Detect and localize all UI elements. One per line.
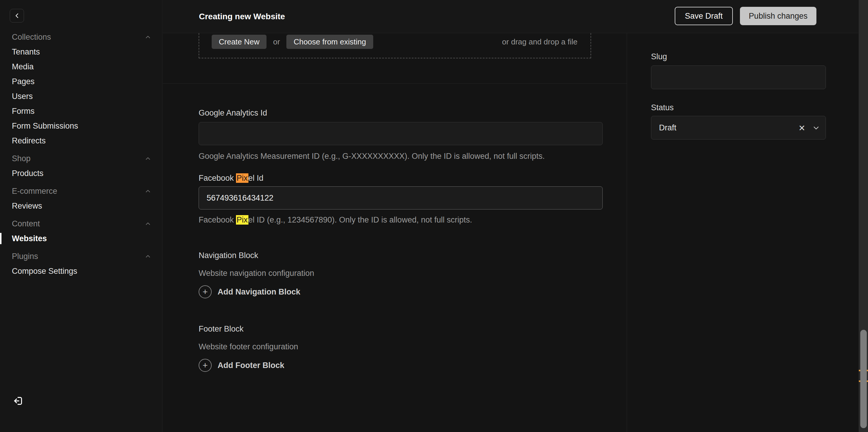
main-content: Create New or Choose from existing or dr… [163, 33, 627, 432]
help-text: Facebook [198, 215, 236, 224]
sidebar-group-label: Content [12, 219, 40, 228]
create-new-button[interactable]: Create New [212, 35, 267, 49]
scrollbar-thumb[interactable] [860, 330, 867, 428]
sidebar-group-plugins[interactable]: Plugins [12, 249, 152, 264]
upload-dropzone[interactable]: Create New or Choose from existing or dr… [198, 33, 591, 58]
section-divider [163, 83, 627, 84]
choose-from-existing-button[interactable]: Choose from existing [286, 35, 373, 49]
logout-icon [13, 396, 25, 406]
sidebar-item-tenants[interactable]: Tenants [12, 44, 152, 59]
sidebar-group-label: Shop [12, 154, 31, 163]
chevron-up-icon [144, 33, 152, 41]
chevron-left-icon [13, 12, 21, 20]
sidebar-item-users[interactable]: Users [12, 89, 152, 104]
google-analytics-input[interactable] [198, 122, 603, 145]
logout-button[interactable] [13, 395, 25, 407]
sidebar-item-pages[interactable]: Pages [12, 74, 152, 89]
chevron-up-icon [144, 220, 152, 227]
sidebar-item-form-submissions[interactable]: Form Submissions [12, 119, 152, 133]
help-text: el ID (e.g., 1234567890). Only the ID is… [248, 215, 472, 224]
document-side-panel: Slug Status Draft ✕ [627, 33, 868, 432]
chevron-down-icon[interactable] [812, 124, 820, 132]
status-value: Draft [659, 123, 677, 132]
plus-icon: + [198, 359, 212, 372]
page-header: Creating new Website Save Draft Publish … [163, 0, 868, 33]
sidebar-group-ecommerce[interactable]: E-commerce [12, 184, 152, 199]
sidebar-group-collections[interactable]: Collections [12, 30, 152, 44]
chevron-up-icon [144, 155, 152, 162]
active-nav-indicator [0, 233, 1, 244]
clear-status-icon[interactable]: ✕ [795, 116, 808, 140]
sidebar-item-label: Websites [12, 234, 47, 243]
label-text: Facebook [198, 174, 236, 182]
publish-changes-button[interactable]: Publish changes [740, 7, 816, 25]
add-button-label: Add Footer Block [218, 361, 284, 370]
page-title: Creating new Website [199, 0, 285, 33]
back-button[interactable] [10, 9, 24, 23]
label-text: el Id [248, 174, 264, 182]
plus-icon: + [198, 285, 212, 298]
slug-input[interactable] [651, 65, 826, 89]
chevron-up-icon [144, 188, 152, 195]
add-button-label: Add Navigation Block [218, 288, 300, 297]
sidebar-group-label: Collections [12, 33, 51, 42]
sidebar-group-label: Plugins [12, 252, 38, 261]
navigation-block-desc: Website navigation configuration [198, 268, 603, 278]
drag-drop-hint: or drag and drop a file [502, 37, 578, 46]
footer-block-desc: Website footer configuration [198, 342, 603, 352]
sidebar-item-forms[interactable]: Forms [12, 104, 152, 119]
find-highlight-active: Pix [236, 173, 248, 183]
add-footer-block-button[interactable]: + Add Footer Block [198, 359, 284, 372]
save-draft-button[interactable]: Save Draft [675, 7, 733, 25]
find-highlight-inactive: Pix [236, 215, 248, 225]
chevron-up-icon [144, 253, 152, 260]
sidebar-group-shop[interactable]: Shop [12, 151, 152, 166]
add-navigation-block-button[interactable]: + Add Navigation Block [198, 285, 300, 298]
sidebar-item-media[interactable]: Media [12, 59, 152, 74]
sidebar-nav: Collections Tenants Media Pages Users Fo… [12, 30, 152, 278]
status-select[interactable]: Draft ✕ [651, 116, 826, 139]
sidebar-item-reviews[interactable]: Reviews [12, 199, 152, 213]
header-actions: Save Draft Publish changes [675, 7, 816, 25]
sidebar-item-redirects[interactable]: Redirects [12, 133, 152, 148]
status-label: Status [651, 102, 826, 112]
facebook-pixel-input[interactable] [198, 187, 603, 209]
facebook-pixel-label: Facebook Pixel Id [198, 173, 603, 183]
google-analytics-label: Google Analytics Id [198, 108, 603, 118]
slug-label: Slug [651, 52, 826, 62]
footer-block-label: Footer Block [198, 324, 603, 334]
facebook-pixel-help: Facebook Pixel ID (e.g., 1234567890). On… [198, 215, 603, 225]
scrollbar[interactable] [859, 0, 868, 432]
sidebar-item-products[interactable]: Products [12, 166, 152, 181]
sidebar: Collections Tenants Media Pages Users Fo… [0, 0, 162, 432]
navigation-block-label: Navigation Block [198, 251, 603, 260]
google-analytics-help: Google Analytics Measurement ID (e.g., G… [198, 151, 603, 161]
sidebar-group-content[interactable]: Content [12, 216, 152, 231]
sidebar-item-compose-settings[interactable]: Compose Settings [12, 264, 152, 278]
sidebar-group-label: E-commerce [12, 187, 57, 196]
upload-actions-row: Create New or Choose from existing or dr… [212, 35, 578, 49]
sidebar-item-websites[interactable]: Websites [12, 231, 152, 246]
or-separator: or [273, 37, 280, 46]
